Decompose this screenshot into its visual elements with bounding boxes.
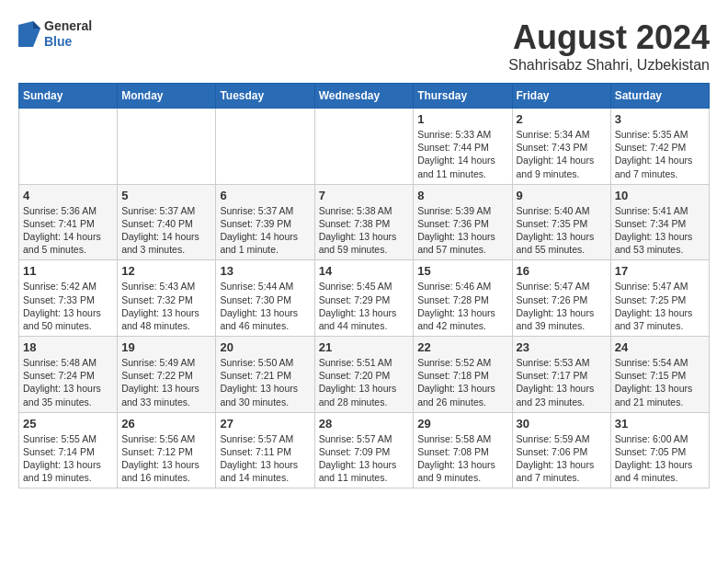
day-number: 26 bbox=[121, 417, 211, 431]
day-info: Sunrise: 5:47 AM Sunset: 7:25 PM Dayligh… bbox=[615, 280, 705, 332]
day-info: Sunrise: 5:51 AM Sunset: 7:20 PM Dayligh… bbox=[319, 356, 410, 408]
calendar-cell: 29Sunrise: 5:58 AM Sunset: 7:08 PM Dayli… bbox=[414, 412, 512, 488]
day-info: Sunrise: 5:58 AM Sunset: 7:08 PM Dayligh… bbox=[417, 432, 507, 485]
day-number: 2 bbox=[517, 112, 607, 126]
weekday-header: Saturday bbox=[610, 84, 709, 109]
weekday-header: Wednesday bbox=[314, 84, 414, 109]
weekday-header: Monday bbox=[118, 84, 216, 109]
day-number: 18 bbox=[23, 340, 113, 354]
calendar-week: 18Sunrise: 5:48 AM Sunset: 7:24 PM Dayli… bbox=[19, 337, 710, 413]
day-number: 29 bbox=[417, 417, 507, 431]
day-number: 30 bbox=[517, 417, 607, 431]
day-info: Sunrise: 5:41 AM Sunset: 7:34 PM Dayligh… bbox=[615, 204, 705, 257]
calendar-cell bbox=[314, 109, 414, 185]
day-number: 7 bbox=[319, 189, 410, 202]
calendar-cell: 2Sunrise: 5:34 AM Sunset: 7:43 PM Daylig… bbox=[512, 109, 610, 185]
day-info: Sunrise: 5:50 AM Sunset: 7:21 PM Dayligh… bbox=[220, 356, 310, 408]
day-number: 5 bbox=[121, 189, 211, 202]
calendar-cell: 13Sunrise: 5:44 AM Sunset: 7:30 PM Dayli… bbox=[216, 260, 314, 337]
calendar-cell: 21Sunrise: 5:51 AM Sunset: 7:20 PM Dayli… bbox=[314, 337, 414, 413]
logo: General Blue bbox=[18, 18, 92, 50]
title-area: August 2024 Shahrisabz Shahri, Uzbekista… bbox=[508, 18, 710, 74]
logo-icon bbox=[18, 21, 40, 47]
day-number: 15 bbox=[417, 264, 507, 278]
day-info: Sunrise: 5:34 AM Sunset: 7:43 PM Dayligh… bbox=[517, 128, 607, 180]
calendar-cell: 6Sunrise: 5:37 AM Sunset: 7:39 PM Daylig… bbox=[216, 184, 314, 260]
day-number: 14 bbox=[319, 264, 410, 278]
subtitle: Shahrisabz Shahri, Uzbekistan bbox=[508, 57, 710, 74]
logo-general: General bbox=[44, 18, 92, 34]
day-number: 3 bbox=[615, 112, 705, 126]
day-number: 11 bbox=[23, 264, 113, 278]
day-number: 6 bbox=[220, 189, 310, 202]
calendar-cell bbox=[118, 109, 216, 185]
calendar-header: SundayMondayTuesdayWednesdayThursdayFrid… bbox=[19, 84, 710, 109]
day-number: 31 bbox=[615, 417, 705, 431]
calendar-cell: 30Sunrise: 5:59 AM Sunset: 7:06 PM Dayli… bbox=[512, 412, 610, 488]
calendar-cell: 26Sunrise: 5:56 AM Sunset: 7:12 PM Dayli… bbox=[118, 412, 216, 488]
day-number: 12 bbox=[121, 264, 211, 278]
calendar-cell: 23Sunrise: 5:53 AM Sunset: 7:17 PM Dayli… bbox=[512, 337, 610, 413]
weekday-row: SundayMondayTuesdayWednesdayThursdayFrid… bbox=[19, 84, 710, 109]
calendar-cell: 12Sunrise: 5:43 AM Sunset: 7:32 PM Dayli… bbox=[118, 260, 216, 337]
header: General Blue August 2024 Shahrisabz Shah… bbox=[18, 18, 710, 74]
calendar-cell: 20Sunrise: 5:50 AM Sunset: 7:21 PM Dayli… bbox=[216, 337, 314, 413]
logo-text: General Blue bbox=[44, 18, 92, 50]
weekday-header: Thursday bbox=[414, 84, 512, 109]
day-info: Sunrise: 5:47 AM Sunset: 7:26 PM Dayligh… bbox=[517, 280, 607, 332]
calendar-cell bbox=[19, 109, 118, 185]
calendar-cell: 14Sunrise: 5:45 AM Sunset: 7:29 PM Dayli… bbox=[314, 260, 414, 337]
day-info: Sunrise: 5:35 AM Sunset: 7:42 PM Dayligh… bbox=[615, 128, 705, 180]
day-info: Sunrise: 5:49 AM Sunset: 7:22 PM Dayligh… bbox=[121, 356, 211, 408]
day-number: 24 bbox=[615, 340, 705, 354]
day-number: 13 bbox=[220, 264, 310, 278]
calendar-cell: 25Sunrise: 5:55 AM Sunset: 7:14 PM Dayli… bbox=[19, 412, 118, 488]
day-number: 9 bbox=[517, 189, 607, 202]
day-number: 4 bbox=[23, 189, 113, 202]
calendar-cell: 1Sunrise: 5:33 AM Sunset: 7:44 PM Daylig… bbox=[414, 109, 512, 185]
day-number: 27 bbox=[220, 417, 310, 431]
calendar: SundayMondayTuesdayWednesdayThursdayFrid… bbox=[18, 83, 710, 488]
calendar-cell: 27Sunrise: 5:57 AM Sunset: 7:11 PM Dayli… bbox=[216, 412, 314, 488]
day-number: 21 bbox=[319, 340, 410, 354]
day-info: Sunrise: 5:39 AM Sunset: 7:36 PM Dayligh… bbox=[417, 204, 507, 257]
day-info: Sunrise: 5:54 AM Sunset: 7:15 PM Dayligh… bbox=[615, 356, 705, 408]
calendar-cell: 15Sunrise: 5:46 AM Sunset: 7:28 PM Dayli… bbox=[414, 260, 512, 337]
logo-blue: Blue bbox=[44, 34, 92, 50]
calendar-cell: 7Sunrise: 5:38 AM Sunset: 7:38 PM Daylig… bbox=[314, 184, 414, 260]
calendar-cell: 10Sunrise: 5:41 AM Sunset: 7:34 PM Dayli… bbox=[610, 184, 709, 260]
day-number: 22 bbox=[417, 340, 507, 354]
calendar-cell: 4Sunrise: 5:36 AM Sunset: 7:41 PM Daylig… bbox=[19, 184, 118, 260]
day-info: Sunrise: 5:59 AM Sunset: 7:06 PM Dayligh… bbox=[517, 432, 607, 485]
calendar-cell: 22Sunrise: 5:52 AM Sunset: 7:18 PM Dayli… bbox=[414, 337, 512, 413]
calendar-cell: 5Sunrise: 5:37 AM Sunset: 7:40 PM Daylig… bbox=[118, 184, 216, 260]
calendar-cell: 24Sunrise: 5:54 AM Sunset: 7:15 PM Dayli… bbox=[610, 337, 709, 413]
calendar-cell: 17Sunrise: 5:47 AM Sunset: 7:25 PM Dayli… bbox=[610, 260, 709, 337]
weekday-header: Friday bbox=[512, 84, 610, 109]
day-number: 19 bbox=[121, 340, 211, 354]
day-info: Sunrise: 6:00 AM Sunset: 7:05 PM Dayligh… bbox=[615, 432, 705, 485]
calendar-cell: 11Sunrise: 5:42 AM Sunset: 7:33 PM Dayli… bbox=[19, 260, 118, 337]
day-number: 28 bbox=[319, 417, 410, 431]
calendar-cell: 9Sunrise: 5:40 AM Sunset: 7:35 PM Daylig… bbox=[512, 184, 610, 260]
calendar-cell: 31Sunrise: 6:00 AM Sunset: 7:05 PM Dayli… bbox=[610, 412, 709, 488]
calendar-cell: 8Sunrise: 5:39 AM Sunset: 7:36 PM Daylig… bbox=[414, 184, 512, 260]
day-number: 8 bbox=[417, 189, 507, 202]
day-info: Sunrise: 5:56 AM Sunset: 7:12 PM Dayligh… bbox=[121, 432, 211, 485]
day-info: Sunrise: 5:52 AM Sunset: 7:18 PM Dayligh… bbox=[417, 356, 507, 408]
calendar-cell: 28Sunrise: 5:57 AM Sunset: 7:09 PM Dayli… bbox=[314, 412, 414, 488]
day-info: Sunrise: 5:42 AM Sunset: 7:33 PM Dayligh… bbox=[23, 280, 113, 332]
calendar-cell: 16Sunrise: 5:47 AM Sunset: 7:26 PM Dayli… bbox=[512, 260, 610, 337]
day-info: Sunrise: 5:37 AM Sunset: 7:40 PM Dayligh… bbox=[121, 204, 211, 257]
svg-marker-1 bbox=[33, 21, 40, 29]
calendar-cell: 3Sunrise: 5:35 AM Sunset: 7:42 PM Daylig… bbox=[610, 109, 709, 185]
day-info: Sunrise: 5:45 AM Sunset: 7:29 PM Dayligh… bbox=[319, 280, 410, 332]
calendar-week: 11Sunrise: 5:42 AM Sunset: 7:33 PM Dayli… bbox=[19, 260, 710, 337]
day-info: Sunrise: 5:36 AM Sunset: 7:41 PM Dayligh… bbox=[23, 204, 113, 257]
day-number: 20 bbox=[220, 340, 310, 354]
day-info: Sunrise: 5:55 AM Sunset: 7:14 PM Dayligh… bbox=[23, 432, 113, 485]
day-number: 23 bbox=[517, 340, 607, 354]
day-number: 16 bbox=[517, 264, 607, 278]
day-info: Sunrise: 5:38 AM Sunset: 7:38 PM Dayligh… bbox=[319, 204, 410, 257]
day-info: Sunrise: 5:57 AM Sunset: 7:09 PM Dayligh… bbox=[319, 432, 410, 485]
